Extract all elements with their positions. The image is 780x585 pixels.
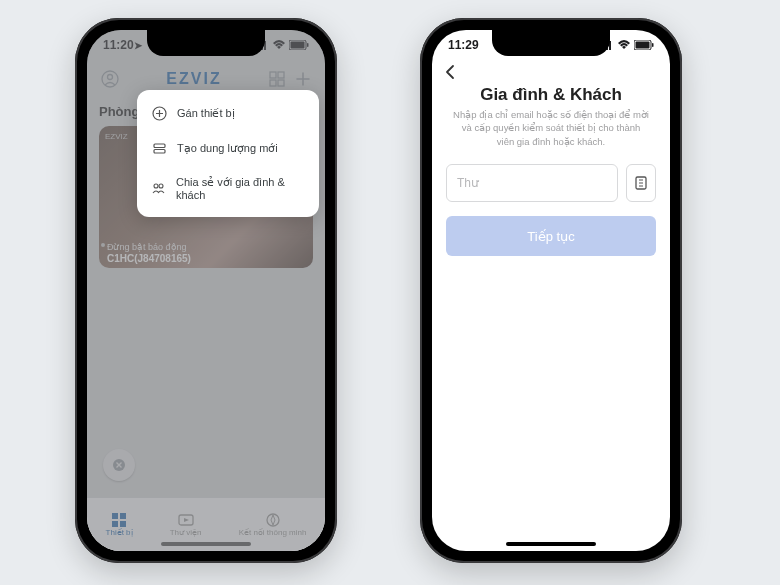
contacts-button[interactable] <box>626 164 656 202</box>
wifi-icon <box>617 40 631 50</box>
chevron-left-icon <box>444 64 456 80</box>
input-row <box>446 164 656 202</box>
screen-left: 11:20 ➤ EZVIZ Phòng khác <box>87 30 325 551</box>
email-input[interactable] <box>446 164 618 202</box>
plus-circle-icon <box>151 106 167 121</box>
continue-button[interactable]: Tiếp tục <box>446 216 656 256</box>
svg-point-24 <box>159 184 163 188</box>
notch <box>492 30 610 56</box>
screen-right: 11:29 Gia đình & Khách Nhập địa chỉ emai… <box>432 30 670 551</box>
phone-frame-left: 11:20 ➤ EZVIZ Phòng khác <box>75 18 337 563</box>
page-title: Gia đình & Khách <box>432 85 670 105</box>
svg-rect-21 <box>154 144 165 148</box>
continue-label: Tiếp tục <box>527 229 574 244</box>
page-subtitle: Nhập địa chỉ email hoặc số điện thoại để… <box>452 108 650 148</box>
menu-item-label: Chia sẻ với gia đình & khách <box>176 176 305 201</box>
svg-point-23 <box>154 184 158 188</box>
svg-rect-30 <box>636 42 650 49</box>
battery-icon <box>634 40 654 50</box>
stack-icon <box>151 141 167 156</box>
add-menu-dropdown: Gán thiết bị Tạo dung lượng mới Chia sẻ … <box>137 90 319 217</box>
contacts-icon <box>633 175 649 191</box>
notch <box>147 30 265 56</box>
share-people-icon <box>151 181 166 196</box>
home-indicator[interactable] <box>506 542 596 546</box>
menu-item-share[interactable]: Chia sẻ với gia đình & khách <box>137 166 319 211</box>
menu-item-label: Tạo dung lượng mới <box>177 142 278 155</box>
back-button[interactable] <box>444 64 456 80</box>
status-time: 11:29 <box>448 38 479 52</box>
menu-item-new-storage[interactable]: Tạo dung lượng mới <box>137 131 319 166</box>
menu-item-add-device[interactable]: Gán thiết bị <box>137 96 319 131</box>
svg-rect-31 <box>652 43 654 47</box>
phone-frame-right: 11:29 Gia đình & Khách Nhập địa chỉ emai… <box>420 18 682 563</box>
svg-rect-22 <box>154 150 165 154</box>
menu-item-label: Gán thiết bị <box>177 107 235 120</box>
